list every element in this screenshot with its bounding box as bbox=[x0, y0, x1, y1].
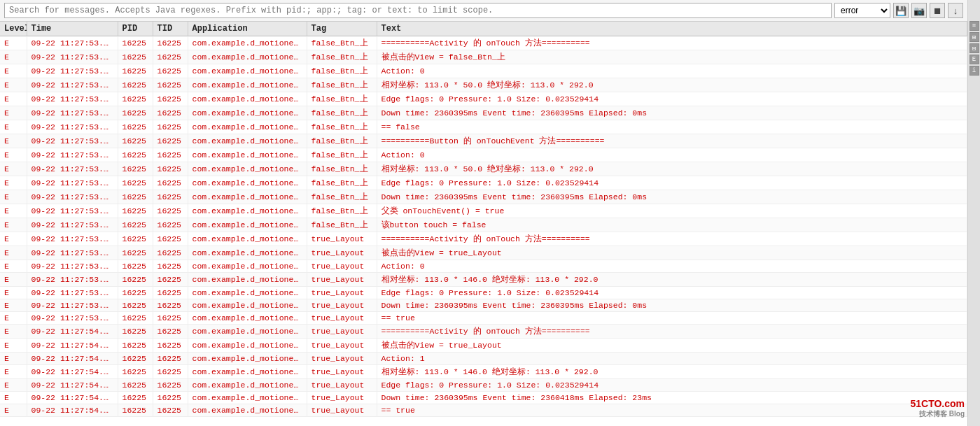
clear-button[interactable]: ↓ bbox=[948, 3, 963, 18]
table-row[interactable]: E09-22 11:27:53.9871622516225com.example… bbox=[0, 287, 967, 299]
cell-level: E bbox=[0, 134, 27, 148]
table-row[interactable]: E09-22 11:27:53.9771622516225com.example… bbox=[0, 36, 967, 50]
table-row[interactable]: E09-22 11:27:53.9771622516225com.example… bbox=[0, 78, 967, 92]
sidebar-icon-1[interactable]: ≡ bbox=[969, 21, 979, 31]
cell-pid: 16225 bbox=[118, 353, 153, 365]
table-row[interactable]: E09-22 11:27:53.9821622516225com.example… bbox=[0, 232, 967, 246]
save-button[interactable]: 💾 bbox=[893, 3, 909, 18]
table-row[interactable]: E09-22 11:27:54.0271622516225com.example… bbox=[0, 325, 967, 339]
cell-app: com.example.d_motionevent bbox=[188, 36, 307, 50]
cell-tag: true_Layout bbox=[307, 379, 377, 392]
cell-app: com.example.d_motionevent bbox=[188, 78, 307, 92]
cell-pid: 16225 bbox=[118, 162, 153, 176]
cell-pid: 16225 bbox=[118, 232, 153, 246]
cell-tid: 16225 bbox=[153, 64, 188, 78]
cell-tag: false_Btn_上 bbox=[307, 190, 377, 204]
cell-pid: 16225 bbox=[118, 78, 153, 92]
cell-pid: 16225 bbox=[118, 260, 153, 273]
cell-level: E bbox=[0, 190, 27, 204]
cell-tag: false_Btn_上 bbox=[307, 78, 377, 92]
cell-text: 父类 onTouchEvent() = true bbox=[377, 204, 967, 218]
cell-tid: 16225 bbox=[153, 106, 188, 120]
cell-tag: true_Layout bbox=[307, 260, 377, 273]
table-row[interactable]: E09-22 11:27:54.0271622516225com.example… bbox=[0, 365, 967, 379]
sidebar-icon-4[interactable]: E bbox=[969, 55, 979, 64]
cell-pid: 16225 bbox=[118, 246, 153, 260]
table-row[interactable]: E09-22 11:27:54.0271622516225com.example… bbox=[0, 392, 967, 404]
col-header-pid: PID bbox=[118, 22, 153, 36]
table-row[interactable]: E09-22 11:27:53.9771622516225com.example… bbox=[0, 106, 967, 120]
cell-text: ==========Activity 的 onTouch 方法=========… bbox=[377, 325, 967, 339]
cell-level: E bbox=[0, 232, 27, 246]
sidebar-icon-3[interactable]: ⊟ bbox=[969, 43, 979, 53]
cell-app: com.example.d_motionevent bbox=[188, 273, 307, 287]
cell-tag: true_Layout bbox=[307, 287, 377, 299]
cell-time: 09-22 11:27:53.987 bbox=[27, 287, 118, 299]
table-row[interactable]: E09-22 11:27:53.9821622516225com.example… bbox=[0, 162, 967, 176]
cell-tag: true_Layout bbox=[307, 392, 377, 404]
cell-level: E bbox=[0, 50, 27, 64]
cell-text: 被点击的View = true_Layout bbox=[377, 339, 967, 353]
cell-text: == false bbox=[377, 120, 967, 134]
cell-level: E bbox=[0, 64, 27, 78]
table-row[interactable]: E09-22 11:27:53.9871622516225com.example… bbox=[0, 312, 967, 325]
cell-tid: 16225 bbox=[153, 339, 188, 353]
table-row[interactable]: E09-22 11:27:53.9771622516225com.example… bbox=[0, 50, 967, 64]
cell-tag: true_Layout bbox=[307, 273, 377, 287]
table-row[interactable]: E09-22 11:27:54.0271622516225com.example… bbox=[0, 379, 967, 392]
cell-tid: 16225 bbox=[153, 218, 188, 232]
table-row[interactable]: E09-22 11:27:53.9771622516225com.example… bbox=[0, 148, 967, 162]
toolbar: errorverbosedebuginfowarnassert 💾 📷 ⏹ ↓ bbox=[0, 0, 967, 22]
cell-text: == true bbox=[377, 312, 967, 325]
cell-tag: true_Layout bbox=[307, 299, 377, 312]
cell-text: Action: 0 bbox=[377, 64, 967, 78]
table-container: Level Time PID TID Application Tag Text … bbox=[0, 22, 967, 426]
cell-pid: 16225 bbox=[118, 36, 153, 50]
search-input[interactable] bbox=[4, 3, 832, 18]
col-header-tag: Tag bbox=[307, 22, 377, 36]
cell-text: 被点击的View = false_Btn_上 bbox=[377, 50, 967, 64]
cell-tid: 16225 bbox=[153, 299, 188, 312]
table-row[interactable]: E09-22 11:27:53.9821622516225com.example… bbox=[0, 246, 967, 260]
table-row[interactable]: E09-22 11:27:54.0271622516225com.example… bbox=[0, 339, 967, 353]
cell-time: 09-22 11:27:54.027 bbox=[27, 404, 118, 417]
cell-tag: true_Layout bbox=[307, 325, 377, 339]
cell-tid: 16225 bbox=[153, 287, 188, 299]
table-row[interactable]: E09-22 11:27:53.9821622516225com.example… bbox=[0, 176, 967, 190]
cell-app: com.example.d_motionevent bbox=[188, 392, 307, 404]
cell-tid: 16225 bbox=[153, 365, 188, 379]
cell-tid: 16225 bbox=[153, 148, 188, 162]
cell-level: E bbox=[0, 246, 27, 260]
table-row[interactable]: E09-22 11:27:53.9821622516225com.example… bbox=[0, 204, 967, 218]
table-row[interactable]: E09-22 11:27:53.9771622516225com.example… bbox=[0, 92, 967, 106]
cell-pid: 16225 bbox=[118, 273, 153, 287]
table-row[interactable]: E09-22 11:27:53.9871622516225com.example… bbox=[0, 260, 967, 273]
table-row[interactable]: E09-22 11:27:53.9771622516225com.example… bbox=[0, 64, 967, 78]
cell-time: 09-22 11:27:53.977 bbox=[27, 92, 118, 106]
cell-pid: 16225 bbox=[118, 120, 153, 134]
cell-time: 09-22 11:27:53.982 bbox=[27, 232, 118, 246]
cell-app: com.example.d_motionevent bbox=[188, 148, 307, 162]
sidebar-icon-5[interactable]: i bbox=[969, 66, 979, 76]
filter-select[interactable]: errorverbosedebuginfowarnassert bbox=[834, 3, 890, 18]
cell-pid: 16225 bbox=[118, 92, 153, 106]
table-row[interactable]: E09-22 11:27:53.9771622516225com.example… bbox=[0, 120, 967, 134]
table-row[interactable]: E09-22 11:27:53.9871622516225com.example… bbox=[0, 299, 967, 312]
table-row[interactable]: E09-22 11:27:54.0271622516225com.example… bbox=[0, 404, 967, 417]
table-row[interactable]: E09-22 11:27:53.9821622516225com.example… bbox=[0, 218, 967, 232]
screenshot-button[interactable]: 📷 bbox=[911, 3, 927, 18]
cell-text: Edge flags: 0 Pressure: 1.0 Size: 0.0235… bbox=[377, 287, 967, 299]
cell-app: com.example.d_motionevent bbox=[188, 106, 307, 120]
cell-time: 09-22 11:27:53.977 bbox=[27, 134, 118, 148]
sidebar-icon-2[interactable]: ⊞ bbox=[969, 32, 979, 42]
cell-tag: true_Layout bbox=[307, 232, 377, 246]
cell-app: com.example.d_motionevent bbox=[188, 260, 307, 273]
cell-level: E bbox=[0, 312, 27, 325]
cell-app: com.example.d_motionevent bbox=[188, 64, 307, 78]
table-row[interactable]: E09-22 11:27:53.9871622516225com.example… bbox=[0, 273, 967, 287]
table-row[interactable]: E09-22 11:27:53.9771622516225com.example… bbox=[0, 134, 967, 148]
stop-button[interactable]: ⏹ bbox=[930, 3, 945, 18]
table-row[interactable]: E09-22 11:27:53.9821622516225com.example… bbox=[0, 190, 967, 204]
cell-pid: 16225 bbox=[118, 392, 153, 404]
table-row[interactable]: E09-22 11:27:54.0271622516225com.example… bbox=[0, 353, 967, 365]
